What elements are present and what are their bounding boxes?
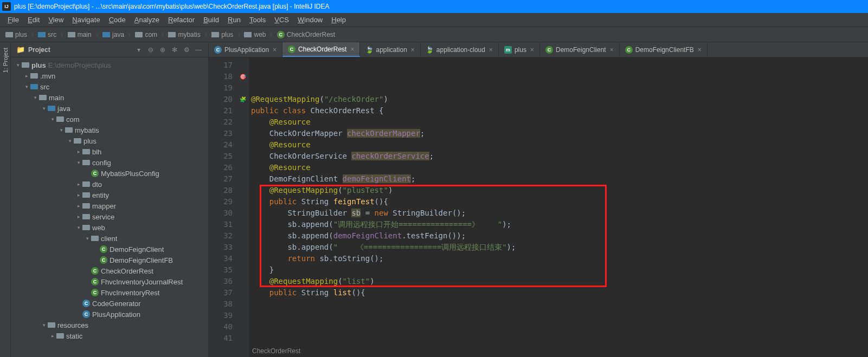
breadcrumb-item[interactable]: plus — [5, 31, 27, 38]
breadcrumb-item[interactable]: web — [244, 31, 266, 38]
editor-tab[interactable]: CCheckOrderRest× — [282, 42, 360, 57]
tree-twisty-icon[interactable]: ▸ — [75, 214, 82, 219]
tree-twisty-icon[interactable]: ▸ — [75, 192, 82, 198]
menu-item-refactor[interactable]: Refactor — [164, 15, 199, 25]
close-icon[interactable]: × — [530, 46, 534, 54]
project-tree[interactable]: ▾plusE:\demoProject\plus▸.mvn▾src▾main▾j… — [11, 57, 208, 357]
editor-tab[interactable]: 🍃application-cloud× — [421, 42, 499, 57]
breadcrumb-item[interactable]: CCheckOrderRest — [277, 31, 335, 38]
breadcrumb-item[interactable]: java — [102, 31, 124, 38]
code-line[interactable]: sb.append(" 《=================调用远程接口结束")… — [249, 242, 868, 253]
tree-row[interactable]: ▸service — [11, 211, 208, 222]
tree-row[interactable]: CMybatisPlusConfig — [11, 168, 208, 179]
tree-row[interactable]: CFhvcInventoryRest — [11, 287, 208, 298]
code-lines[interactable]: @RequestMapping("/checkOrder")public cla… — [249, 57, 868, 357]
breadcrumb-item[interactable]: src — [38, 31, 56, 38]
tree-row[interactable]: CFhvcInventoryJournalRest — [11, 276, 208, 287]
menu-item-edit[interactable]: Edit — [23, 15, 44, 25]
gear-icon[interactable]: ⚙ — [182, 46, 191, 54]
tree-twisty-icon[interactable]: ▾ — [31, 95, 39, 100]
tree-row[interactable]: CDemoFeignClient — [11, 244, 208, 255]
close-icon[interactable]: × — [610, 46, 614, 54]
code-line[interactable]: StringBuilder sb = new StringBuilder(); — [249, 207, 868, 219]
tree-row[interactable]: ▸mapper — [11, 200, 208, 211]
tree-row[interactable]: ▾client — [11, 233, 208, 244]
code-line[interactable]: @Resource — [249, 139, 868, 151]
menu-item-help[interactable]: Help — [327, 15, 350, 25]
tree-twisty-icon[interactable]: ▾ — [49, 116, 56, 122]
tree-row[interactable]: CCodeGenerator — [11, 298, 208, 309]
breadcrumb-item[interactable]: plus — [211, 31, 233, 38]
menu-item-tools[interactable]: Tools — [245, 15, 270, 25]
menu-item-vcs[interactable]: VCS — [270, 15, 293, 25]
breadcrumb-item[interactable]: main — [68, 31, 92, 38]
code-line[interactable]: public String feignTest(){ — [249, 196, 868, 207]
locate-icon[interactable]: ⊕ — [158, 46, 167, 54]
code-editor[interactable]: 1718192021222324252627282930313233343536… — [209, 57, 868, 357]
tree-twisty-icon[interactable]: ▸ — [75, 203, 82, 209]
chevron-down-icon[interactable]: ▾ — [14, 62, 22, 68]
close-icon[interactable]: × — [698, 46, 702, 54]
code-line[interactable]: @RequestMapping("plusTest") — [249, 185, 868, 196]
code-line[interactable]: CheckOrderMapper checkOrderMapper; — [249, 128, 868, 139]
tree-twisty-icon[interactable]: ▾ — [66, 138, 74, 144]
tree-row[interactable]: ▾plusE:\demoProject\plus — [11, 60, 208, 70]
tree-row[interactable]: ▾com — [11, 114, 208, 125]
menu-item-code[interactable]: Code — [105, 15, 130, 25]
menu-item-navigate[interactable]: Navigate — [68, 15, 104, 25]
editor-tab[interactable]: 🍃application× — [360, 42, 420, 57]
code-line[interactable]: @RequestMapping("list") — [249, 276, 868, 287]
collapse-icon[interactable]: ⊖ — [146, 46, 155, 54]
tree-row[interactable]: ▸.mvn — [11, 70, 208, 81]
editor-breadcrumb[interactable]: CheckOrderRest — [249, 346, 304, 357]
tree-row[interactable]: ▸dto — [11, 179, 208, 190]
tree-row[interactable]: ▸entity — [11, 190, 208, 200]
tree-twisty-icon[interactable]: ▾ — [75, 225, 82, 230]
code-line[interactable]: @Resource — [249, 116, 868, 128]
tree-row[interactable]: ▾main — [11, 92, 208, 103]
tree-row[interactable]: CDemoFeignClientFB — [11, 255, 208, 265]
project-tool-tab[interactable]: 1: Project — [2, 48, 9, 73]
tree-twisty-icon[interactable]: ▸ — [75, 181, 82, 187]
close-icon[interactable]: × — [273, 46, 277, 54]
code-line[interactable]: DemoFeignClient demoFeignClient; — [249, 173, 868, 185]
editor-tab[interactable]: CDemoFeignClientFB× — [620, 42, 708, 57]
tree-twisty-icon[interactable]: ▸ — [49, 333, 56, 339]
tree-row[interactable]: ▾java — [11, 103, 208, 114]
tree-twisty-icon[interactable]: ▸ — [23, 73, 30, 79]
menu-item-view[interactable]: View — [44, 15, 68, 25]
code-line[interactable]: public String list(){ — [249, 287, 868, 298]
hide-icon[interactable]: — — [194, 46, 203, 54]
menu-item-build[interactable]: Build — [199, 15, 223, 25]
tree-twisty-icon[interactable]: ▾ — [40, 322, 48, 328]
breadcrumb-item[interactable]: mybatis — [168, 31, 200, 38]
close-icon[interactable]: × — [489, 46, 493, 54]
tree-row[interactable]: ▸static — [11, 330, 208, 341]
menu-item-analyze[interactable]: Analyze — [130, 15, 164, 25]
menu-item-run[interactable]: Run — [223, 15, 245, 25]
close-icon[interactable]: × — [411, 46, 415, 54]
close-icon[interactable]: × — [350, 46, 354, 53]
code-line[interactable]: @RequestMapping("/checkOrder") — [249, 94, 868, 105]
tree-row[interactable]: CPlusApplication — [11, 309, 208, 320]
code-line[interactable]: sb.append("调用远程接口开始================》 "); — [249, 219, 868, 230]
code-line[interactable]: sb.append(demoFeignClient.testFeign()); — [249, 230, 868, 242]
tree-row[interactable]: ▾mybatis — [11, 125, 208, 135]
tree-twisty-icon[interactable]: ▾ — [83, 236, 91, 241]
breadcrumb-item[interactable]: com — [135, 31, 157, 38]
tree-twisty-icon[interactable]: ▾ — [57, 127, 65, 133]
menu-item-file[interactable]: File — [3, 15, 23, 25]
tree-twisty-icon[interactable]: ▾ — [75, 160, 82, 165]
code-line[interactable]: public class CheckOrderRest { — [249, 105, 868, 116]
tree-row[interactable]: ▾plus — [11, 135, 208, 146]
chevron-down-icon[interactable]: ▾ — [134, 46, 143, 54]
tree-row[interactable]: ▾web — [11, 222, 208, 233]
tree-row[interactable]: ▾src — [11, 81, 208, 92]
settings-icon[interactable]: ✻ — [170, 46, 179, 54]
tree-row[interactable]: ▸blh — [11, 146, 208, 157]
tree-row[interactable]: ▾resources — [11, 320, 208, 330]
editor-tab[interactable]: CDemoFeignClient× — [540, 42, 620, 57]
menu-item-window[interactable]: Window — [293, 15, 327, 25]
tree-row[interactable]: CCheckOrderRest — [11, 265, 208, 276]
code-line[interactable]: @Resource — [249, 162, 868, 173]
